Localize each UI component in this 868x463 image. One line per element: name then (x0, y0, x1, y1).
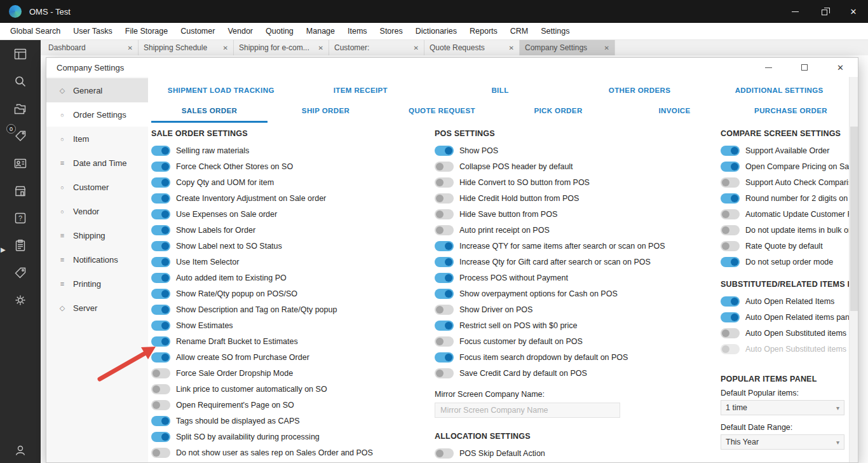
toggle-switch[interactable] (151, 146, 170, 156)
close-tab-icon[interactable]: ✕ (414, 45, 419, 52)
settings-nav-item[interactable]: General (46, 78, 148, 102)
order-type-tab[interactable]: INVOICE (616, 100, 733, 123)
menu-item[interactable]: Reports (463, 27, 504, 36)
toggle-switch[interactable] (151, 241, 170, 251)
tasks-tag-icon[interactable]: 0 (13, 128, 28, 144)
dialog-maximize-icon[interactable] (801, 64, 808, 71)
settings-nav-item[interactable]: Notifications (46, 247, 148, 272)
settings-nav-item[interactable]: Shipping (46, 223, 148, 247)
toggle-switch[interactable] (721, 146, 740, 156)
menu-item[interactable]: Global Search (4, 27, 67, 36)
default-popular-items-select[interactable]: 1 time (721, 400, 844, 415)
toggle-switch[interactable] (435, 321, 454, 331)
window-close-button[interactable]: ✕ (839, 0, 868, 23)
toggle-switch[interactable] (721, 209, 740, 219)
order-type-tab[interactable]: SHIP ORDER (268, 100, 384, 123)
toggle-switch[interactable] (435, 209, 454, 219)
order-type-tab[interactable]: SALES ORDER (151, 100, 268, 123)
contacts-icon[interactable] (13, 156, 28, 171)
settings-nav-item[interactable]: Item (46, 127, 148, 151)
toggle-switch[interactable] (721, 344, 740, 354)
app-tab[interactable]: Shipping for e-com... ✕ (234, 40, 329, 55)
dashboard-icon[interactable] (13, 46, 28, 62)
toggle-switch[interactable] (151, 416, 170, 426)
toggle-switch[interactable] (435, 177, 454, 188)
toggle-switch[interactable] (721, 241, 740, 251)
toggle-switch[interactable] (721, 328, 740, 338)
toggle-switch[interactable] (435, 257, 454, 267)
toggle-switch[interactable] (721, 296, 740, 307)
toggle-switch[interactable] (151, 193, 170, 204)
order-type-tab[interactable]: BILL (430, 86, 570, 94)
settings-nav-item[interactable]: Customer (46, 175, 148, 199)
menu-item[interactable]: Items (341, 27, 374, 36)
tags-icon[interactable] (13, 265, 28, 280)
toggle-switch[interactable] (435, 448, 454, 459)
toggle-switch[interactable] (435, 162, 454, 172)
toggle-switch[interactable] (151, 257, 170, 267)
toggle-switch[interactable] (151, 162, 170, 172)
toggle-switch[interactable] (435, 146, 454, 156)
dialog-close-icon[interactable]: ✕ (837, 64, 844, 72)
close-tab-icon[interactable]: ✕ (318, 45, 323, 52)
toggle-switch[interactable] (721, 257, 740, 267)
close-tab-icon[interactable]: ✕ (223, 45, 228, 52)
help-icon[interactable]: ? (13, 211, 28, 226)
toggle-switch[interactable] (151, 400, 170, 410)
app-tab[interactable]: Dashboard ✕ (43, 40, 139, 55)
order-type-tab[interactable]: SHIPMENT LOAD TRACKING (151, 86, 291, 94)
toggle-switch[interactable] (435, 273, 454, 283)
window-restore-button[interactable] (810, 0, 839, 23)
menu-item[interactable]: Vendor (221, 27, 259, 36)
toggle-switch[interactable] (721, 177, 740, 188)
menu-item[interactable]: File Storage (119, 27, 174, 36)
folders-icon[interactable] (13, 101, 28, 116)
toggle-switch[interactable] (151, 177, 170, 188)
dialog-minimize-icon[interactable] (765, 67, 772, 68)
toggle-switch[interactable] (151, 209, 170, 219)
toggle-switch[interactable] (721, 162, 740, 172)
app-tab[interactable]: Shipping Schedule ✕ (139, 40, 234, 55)
clipboard-icon[interactable] (13, 238, 28, 253)
toggle-switch[interactable] (151, 368, 170, 378)
search-icon[interactable] (13, 74, 28, 89)
close-tab-icon[interactable]: ✕ (604, 45, 609, 52)
toggle-switch[interactable] (435, 305, 454, 315)
toggle-switch[interactable] (151, 384, 170, 394)
toggle-switch[interactable] (151, 289, 170, 299)
default-date-range-select[interactable]: This Year (721, 434, 844, 450)
app-tab[interactable]: Quote Requests ✕ (424, 40, 520, 55)
menu-item[interactable]: CRM (504, 27, 534, 36)
order-type-tab[interactable]: ADDITIONAL SETTINGS (709, 86, 849, 94)
sidebar-expand-icon[interactable] (1, 246, 6, 253)
order-type-tab[interactable]: PURCHASE ORDER (733, 100, 849, 123)
app-tab[interactable]: Customer: ✕ (329, 40, 424, 55)
toggle-switch[interactable] (435, 241, 454, 251)
toggle-switch[interactable] (151, 336, 170, 347)
toggle-switch[interactable] (151, 305, 170, 315)
toggle-switch[interactable] (151, 225, 170, 235)
mirror-company-name-input[interactable] (435, 403, 620, 418)
window-minimize-button[interactable] (780, 0, 810, 23)
app-tab[interactable]: Company Settings ✕ (520, 40, 615, 55)
menu-item[interactable]: User Tasks (67, 27, 119, 36)
menu-item[interactable]: Quoting (259, 27, 300, 36)
menu-item[interactable]: Stores (374, 27, 409, 36)
close-tab-icon[interactable]: ✕ (509, 45, 514, 52)
toggle-switch[interactable] (435, 368, 454, 378)
toggle-switch[interactable] (435, 193, 454, 204)
scrollbar[interactable] (849, 77, 858, 462)
toggle-switch[interactable] (721, 225, 740, 235)
settings-nav-item[interactable]: Date and Time (46, 151, 148, 175)
toggle-switch[interactable] (721, 193, 740, 204)
toggle-switch[interactable] (435, 225, 454, 235)
settings-nav-item[interactable]: Server (46, 296, 148, 320)
order-type-tab[interactable]: QUOTE REQUEST (384, 100, 500, 123)
toggle-switch[interactable] (151, 448, 170, 458)
order-type-tab[interactable]: ITEM RECEIPT (291, 86, 431, 94)
scrollbar-thumb[interactable] (850, 127, 858, 311)
menu-item[interactable]: Manage (300, 27, 341, 36)
toggle-switch[interactable] (151, 321, 170, 331)
user-icon[interactable] (13, 443, 28, 458)
toggle-switch[interactable] (151, 273, 170, 283)
